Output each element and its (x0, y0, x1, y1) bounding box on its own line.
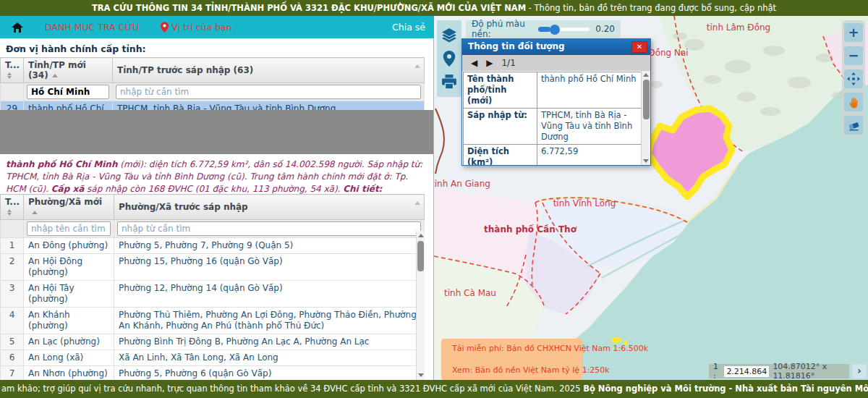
attribute-table: Tên thành phố/tỉnh (mới)thành phố Hồ Chí… (463, 72, 642, 165)
basemap-opacity-control: Độ phủ màu nền: 0.20 (466, 20, 621, 38)
locate-icon[interactable] (441, 51, 457, 67)
lookup-panel: Đơn vị hành chính cấp tỉnh: T... Tỉnh/TP… (0, 38, 434, 380)
my-location-link[interactable]: Vị trí của bạn (161, 22, 231, 33)
ward-filter-row (1, 220, 425, 238)
attribute-label: Sáp nhập từ: (464, 109, 537, 145)
attribute-row: Tên thành phố/tỉnh (mới)thành phố Hồ Chí… (464, 72, 642, 109)
col-header-new-province[interactable]: Tỉnh/TP mới (34) (24, 58, 113, 83)
zoom-in-button[interactable]: + (844, 23, 863, 42)
attribute-row: Sáp nhập từ:TPHCM, tỉnh Bà Rịa - Vũng Tà… (464, 109, 642, 145)
app-subtitle: - Thông tin, bản đồ trên trang đang được… (526, 3, 776, 13)
menu-tra-cuu-link[interactable]: DANH MỤC TRA CỨU (45, 22, 139, 33)
ward-table-row[interactable]: 7An Nhơn (phường)Phường 5, Phường 6 (quậ… (1, 366, 425, 381)
popup-scrollbar[interactable] (641, 71, 650, 165)
nav-bar: DANH MỤC TRA CỨU Vị trí của bạn Chia sẻ (0, 16, 434, 38)
cursor-coordinates: 104.87012° x 11.81816° (773, 362, 845, 380)
ward-table-scrollbar[interactable] (416, 231, 425, 380)
map-tools-right: + − (842, 20, 865, 137)
row-index: 7 (1, 366, 24, 381)
opacity-value: 0.20 (595, 24, 615, 34)
ward-old-names: Phường 12, Phường 14 (quận Gò Vấp) (114, 281, 425, 308)
sort-icon (7, 209, 12, 216)
map-label-dong-nai: Đồng Nai (648, 48, 688, 58)
ward-old-names: Phường 5, Phường 6 (quận Gò Vấp) (114, 366, 425, 381)
map-tools-left (437, 20, 461, 97)
province-table-header: T... Tỉnh/TP mới (34) Tỉnh/TP trước sáp … (1, 58, 425, 83)
col-header-index[interactable]: T... (1, 58, 24, 83)
ward-new-name: An Lạc (phường) (24, 334, 114, 350)
slider-thumb[interactable] (550, 25, 560, 35)
map-label-an-giang: tỉnh An Giang (434, 179, 490, 189)
home-button[interactable] (12, 22, 23, 33)
scroll-down-icon[interactable] (643, 159, 649, 163)
col-header-index[interactable]: T... (1, 195, 24, 220)
expand-panel-button[interactable]: › (852, 364, 867, 378)
zoom-out-button[interactable]: − (844, 46, 863, 65)
attribute-value: 6.772,59 (537, 145, 642, 166)
view-basemap-link[interactable]: Xem: Bản đồ nền Việt Nam tỷ lệ 1:250k (448, 365, 576, 375)
attribute-label: Tên thành phố/tỉnh (mới) (464, 72, 537, 109)
sort-icon (414, 64, 420, 68)
pan-directions-button[interactable] (844, 69, 863, 88)
home-icon (12, 22, 23, 33)
ward-table-row[interactable]: 3An Hội Tây (phường)Phường 12, Phường 14… (1, 281, 425, 308)
hand-pan-button[interactable] (844, 93, 863, 111)
ward-new-name: An Hội Tây (phường) (24, 281, 114, 308)
attribute-value: TPHCM, tỉnh Bà Rịa - Vũng Tàu và tỉnh Bì… (537, 109, 642, 145)
scrollbar-thumb[interactable] (417, 241, 424, 271)
col-header-old-province[interactable]: Tỉnh/TP trước sáp nhập (63) (113, 58, 425, 83)
ward-table-row[interactable]: 2An Hội Đông (phường)Phường 15, Phường 1… (1, 254, 425, 281)
row-index: 2 (1, 254, 24, 281)
province-old-filter-input[interactable] (116, 85, 421, 99)
print-icon[interactable] (441, 74, 457, 90)
map-downloads-panel: Tải miễn phí: Bản đồ CHXHCN Việt Nam 1:6… (441, 339, 583, 380)
scrollbar-thumb[interactable] (643, 80, 650, 119)
map-canvas[interactable]: tỉnh Lâm Đồng Đồng Nai tỉnh An Giang tỉn… (434, 16, 868, 380)
row-index: 6 (1, 350, 24, 366)
ward-old-names: Phường Bình Trị Đông B, Phường An Lạc A,… (114, 334, 425, 350)
scroll-up-icon[interactable] (643, 73, 649, 77)
eraser-icon (848, 119, 860, 132)
erase-button[interactable] (844, 116, 863, 135)
opacity-slider[interactable] (537, 27, 590, 32)
province-filter-row (1, 83, 425, 101)
sort-icon (7, 72, 12, 80)
scale-control: 1 : 104.87012° x 11.81816° (709, 364, 849, 378)
download-map-link[interactable]: Tải miễn phí: Bản đồ CHXHCN Việt Nam 1:6… (448, 344, 576, 353)
scroll-down-icon[interactable] (418, 373, 424, 377)
ward-table-row[interactable]: 4An Khánh (phường)Phường Thủ Thiêm, Phườ… (1, 308, 425, 334)
footer-publisher: Bộ Nông nghiệp và Môi trường - Nhà xuất … (583, 384, 868, 394)
col-header-old-ward[interactable]: Phường/Xã trước sáp nhập (114, 195, 425, 220)
status-bar: am khảo; trợ giúp quí vị tra cứu nhanh, … (0, 380, 868, 398)
hand-icon (848, 96, 860, 109)
share-button[interactable]: Chia sẻ (392, 22, 425, 33)
scroll-up-icon[interactable] (418, 234, 424, 237)
province-new-filter-input[interactable] (27, 85, 109, 99)
popup-title: Thông tin đối tượng (462, 39, 650, 55)
close-icon[interactable]: ✕ (631, 41, 647, 53)
map-label-lam-dong: tỉnh Lâm Đồng (707, 22, 770, 33)
layers-icon[interactable] (441, 27, 457, 43)
sort-asc-icon (52, 74, 58, 77)
ward-old-filter-input[interactable] (117, 221, 421, 236)
ward-old-names: Phường 15, Phường 16 (quận Gò Vấp) (114, 254, 425, 281)
ward-table-row[interactable]: 1An Đông (phường)Phường 5, Phường 7, Phư… (1, 238, 425, 254)
row-index: 3 (1, 281, 24, 308)
app-title: TRA CỨU THÔNG TIN 34 TỈNH/THÀNH PHỐ VÀ 3… (92, 3, 526, 13)
ward-table-row[interactable]: 5An Lạc (phường)Phường Bình Trị Đông B, … (1, 334, 425, 350)
feature-info-popup: Thông tin đối tượng ✕ ◀ ▶ 1/1 Tên thành … (461, 38, 651, 166)
opacity-label: Độ phủ màu nền: (472, 19, 532, 39)
empty-table-area (0, 110, 434, 154)
ward-new-name: An Long (xã) (24, 350, 114, 366)
next-feature-icon[interactable]: ▶ (486, 58, 493, 68)
ward-table: T... Phường/Xã mới Phường/Xã trước sáp n… (0, 194, 425, 380)
pager-count: 1/1 (501, 58, 515, 68)
ward-table-row[interactable]: 6An Long (xã)Xã An Linh, Xã Tân Long, Xã… (1, 350, 425, 366)
ward-new-name: An Đông (phường) (24, 238, 114, 254)
col-header-new-ward[interactable]: Phường/Xã mới (24, 195, 114, 220)
scale-input[interactable] (724, 366, 769, 377)
ward-new-filter-input[interactable] (27, 221, 111, 236)
prev-feature-icon[interactable]: ◀ (471, 58, 477, 68)
ward-old-names: Phường 5, Phường 7, Phường 9 (Quận 5) (114, 238, 425, 254)
footer-text: am khảo; trợ giúp quí vị tra cứu nhanh, … (1, 384, 583, 394)
